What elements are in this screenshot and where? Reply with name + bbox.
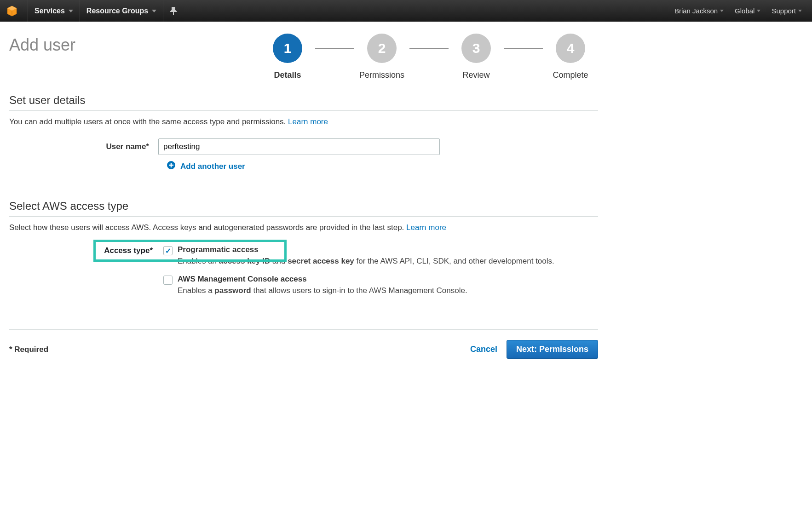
caret-down-icon [720,10,724,12]
console-access-title: AWS Management Console access [178,274,598,284]
cancel-button[interactable]: Cancel [461,340,507,359]
username-row: User name* [9,138,598,155]
access-type-block: Access type* Programmatic access Enables… [9,244,598,303]
pin-icon[interactable] [163,0,184,22]
step-number: 1 [273,34,302,63]
plus-circle-icon [167,161,176,172]
section-title-user-details: Set user details [9,94,598,107]
services-menu[interactable]: Services [28,0,80,22]
step-label: Complete [553,70,588,80]
console-access-desc: Enables a password that allows users to … [178,285,598,297]
caret-down-icon [798,10,802,12]
step-number: 4 [556,34,585,63]
add-another-user-link[interactable]: Add another user [167,161,598,172]
step-number: 3 [461,34,491,63]
chevron-down-icon [69,10,73,12]
access-type-label: Access type* [9,244,158,274]
step-connector [409,48,449,49]
username-label: User name* [9,138,158,151]
step-label: Review [462,70,490,80]
step-label: Permissions [359,70,404,80]
programmatic-access-title: Programmatic access [178,244,598,254]
account-menu[interactable]: Brian Jackson [669,7,729,15]
learn-more-link[interactable]: Learn more [406,223,446,232]
footer: * Required Cancel Next: Permissions [9,329,598,359]
top-nav: Services Resource Groups Brian Jackson G… [0,0,812,22]
wizard-step-complete: 4 Complete [543,34,598,80]
resource-groups-menu[interactable]: Resource Groups [80,0,163,22]
caret-down-icon [757,10,760,12]
programmatic-access-checkbox[interactable] [163,246,173,255]
support-menu[interactable]: Support [766,7,807,15]
wizard-step-permissions: 2 Permissions [354,34,409,80]
divider [9,110,598,111]
section-desc: You can add multiple users at once with … [9,117,598,126]
divider [9,216,598,217]
wizard-steps: 1 Details 2 Permissions 3 Review 4 Compl… [75,31,598,80]
console-access-checkbox[interactable] [163,276,173,285]
step-label: Details [274,70,301,80]
region-menu[interactable]: Global [729,7,766,15]
next-permissions-button[interactable]: Next: Permissions [507,340,598,359]
wizard-step-details: 1 Details [260,34,315,80]
section-desc: Select how these users will access AWS. … [9,223,598,232]
username-input[interactable] [158,138,440,155]
step-number: 2 [367,34,397,63]
programmatic-access-desc: Enables an access key ID and secret acce… [178,255,598,267]
page-title: Add user [9,35,75,55]
chevron-down-icon [152,10,156,12]
services-label: Services [35,7,65,15]
main-content: Add user 1 Details 2 Permissions 3 Revie… [0,22,607,368]
resource-groups-label: Resource Groups [86,7,148,15]
wizard-step-review: 3 Review [449,34,504,80]
aws-logo-icon[interactable] [5,4,19,18]
step-connector [315,48,354,49]
required-note: * Required [9,345,48,354]
section-title-access-type: Select AWS access type [9,200,598,213]
step-connector [504,48,543,49]
learn-more-link[interactable]: Learn more [288,117,328,126]
